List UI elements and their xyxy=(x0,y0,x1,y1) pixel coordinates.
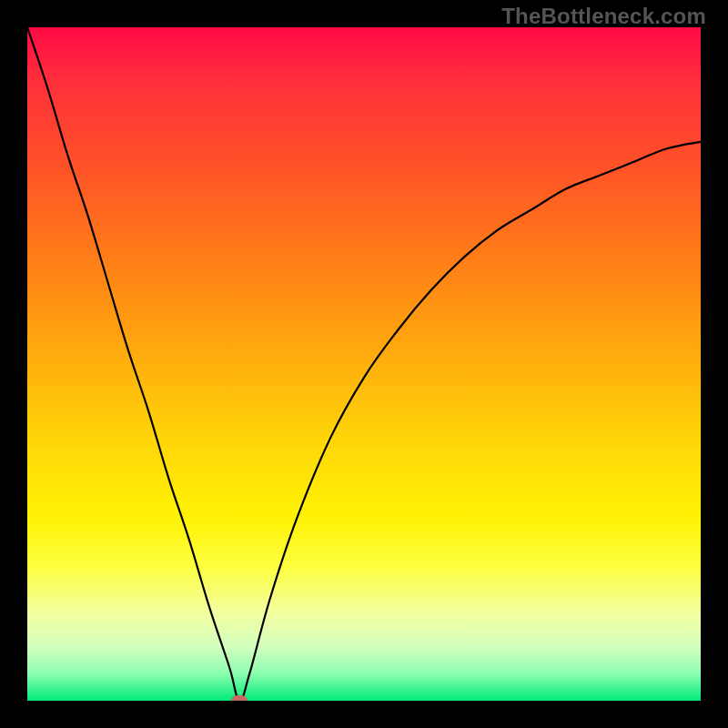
minimum-marker xyxy=(231,695,248,701)
chart-frame: TheBottleneck.com xyxy=(0,0,728,728)
watermark-text: TheBottleneck.com xyxy=(501,4,706,29)
plot-area xyxy=(27,27,701,701)
curve-path xyxy=(27,27,701,701)
bottleneck-curve xyxy=(27,27,701,701)
